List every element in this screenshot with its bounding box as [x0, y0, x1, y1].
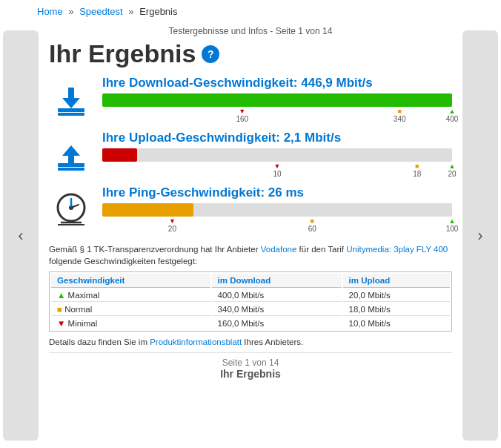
table-row-minimal: ▼ Minimal 160,0 Mbit/s 10,0 Mbit/s: [51, 317, 450, 329]
svg-rect-5: [58, 168, 84, 171]
upload-row: Ihre Upload-Geschwindigkeit: 2,1 Mbit/s …: [49, 131, 452, 178]
prev-arrow[interactable]: ‹: [3, 30, 39, 441]
footer: Seite 1 von 14 Ihr Ergebnis: [49, 352, 452, 383]
table-cell-normal-upload: 18,0 Mbit/s: [343, 303, 450, 316]
upload-icon: [49, 135, 93, 174]
upload-marker-10: ▼ 10: [273, 163, 281, 178]
ping-marker-100: ▲ 100: [446, 218, 459, 233]
table-cell-minimal-label: ▼ Minimal: [51, 317, 210, 329]
table-cell-normal-label: ■ Normal: [51, 303, 210, 316]
ping-title: Ihre Ping-Geschwindigkeit: 26 ms: [102, 185, 452, 200]
table-cell-maximal-label: ▲ Maximal: [51, 289, 210, 302]
upload-markers: ▼ 10 ■ 18 ▲ 20: [102, 163, 452, 178]
upload-info: Ihre Upload-Geschwindigkeit: 2,1 Mbit/s …: [102, 131, 452, 178]
ping-info: Ihre Ping-Geschwindigkeit: 26 ms ▼ 20 ■ …: [102, 185, 452, 233]
table-cell-maximal-download: 400,0 Mbit/s: [212, 289, 342, 302]
footer-label: Ihr Ergebnis: [49, 368, 452, 380]
svg-rect-1: [58, 113, 84, 116]
footer-page: Seite 1 von 14: [49, 358, 452, 368]
breadcrumb-home[interactable]: Home: [37, 6, 63, 17]
svg-marker-7: [62, 145, 80, 156]
ping-marker-20: ▼ 20: [168, 218, 176, 233]
upload-title: Ihre Upload-Geschwindigkeit: 2,1 Mbit/s: [102, 131, 452, 145]
upload-bar-fill: [102, 148, 137, 162]
download-row: Ihre Download-Geschwindigkeit: 446,9 Mbi…: [49, 76, 452, 123]
maximal-icon: ▲: [57, 291, 68, 300]
table-cell-normal-download: 340,0 Mbit/s: [212, 303, 342, 316]
upload-marker-20: ▲ 20: [448, 163, 456, 178]
speed-table: Geschwindigkeit im Download im Upload ▲ …: [49, 271, 452, 332]
table-cell-maximal-upload: 20,0 Mbit/s: [343, 289, 450, 302]
download-markers: ▼ 160 ■ 340 ▲ 400: [102, 108, 452, 123]
ping-bar-container: [102, 203, 452, 217]
breadcrumb: Home » Speedtest » Ergebnis: [0, 0, 501, 23]
table-cell-minimal-upload: 10,0 Mbit/s: [343, 317, 450, 329]
breadcrumb-current: Ergebnis: [139, 6, 177, 17]
upload-bar-container: [102, 148, 452, 162]
download-icon: [49, 80, 93, 119]
download-title: Ihre Download-Geschwindigkeit: 446,9 Mbi…: [102, 76, 452, 90]
separator-1: »: [68, 6, 76, 17]
page-title: Ihr Ergebnis ?: [49, 39, 452, 68]
table-cell-minimal-download: 160,0 Mbit/s: [212, 317, 342, 329]
tarif-name: Unitymedia: 3play FLY 400: [346, 245, 448, 254]
title-text: Ihr Ergebnis: [49, 39, 196, 68]
separator-2: »: [128, 6, 136, 17]
help-icon[interactable]: ?: [202, 45, 219, 63]
ping-bar-fill: [102, 203, 193, 217]
details-anchor[interactable]: Produktinformationsblatt: [150, 337, 242, 346]
info-text: Gemäß § 1 TK-Transparenzverordnung hat I…: [49, 243, 452, 267]
details-link: Details dazu finden Sie im Produktinform…: [49, 337, 452, 346]
svg-marker-3: [62, 98, 80, 108]
provider-name: Vodafone: [261, 245, 297, 254]
table-row-normal: ■ Normal 340,0 Mbit/s 18,0 Mbit/s: [51, 303, 450, 316]
ping-markers: ▼ 20 ■ 60 ▲ 100: [102, 218, 452, 233]
table-row-maximal: ▲ Maximal 400,0 Mbit/s 20,0 Mbit/s: [51, 289, 450, 302]
next-arrow[interactable]: ›: [462, 30, 498, 441]
download-bar-container: [102, 93, 452, 107]
ping-icon: [49, 190, 93, 228]
download-marker-160: ▼ 160: [236, 108, 248, 123]
table-header-upload: im Upload: [343, 274, 450, 288]
minimal-icon: ▼: [57, 319, 68, 328]
table-header-geschwindigkeit: Geschwindigkeit: [51, 274, 210, 288]
normal-icon: ■: [57, 305, 64, 314]
svg-rect-0: [58, 108, 84, 112]
subtitle: Testergebnisse und Infos - Seite 1 von 1…: [49, 26, 452, 36]
download-info: Ihre Download-Geschwindigkeit: 446,9 Mbi…: [102, 76, 452, 123]
breadcrumb-speedtest[interactable]: Speedtest: [79, 6, 123, 17]
table-header-download: im Download: [212, 274, 342, 288]
ping-row: Ihre Ping-Geschwindigkeit: 26 ms ▼ 20 ■ …: [49, 185, 452, 233]
upload-marker-18: ■ 18: [413, 163, 421, 178]
ping-marker-60: ■ 60: [308, 218, 316, 233]
download-marker-400: ▲ 400: [446, 108, 459, 123]
download-bar-fill: [102, 93, 452, 107]
download-marker-340: ■ 340: [394, 108, 406, 123]
